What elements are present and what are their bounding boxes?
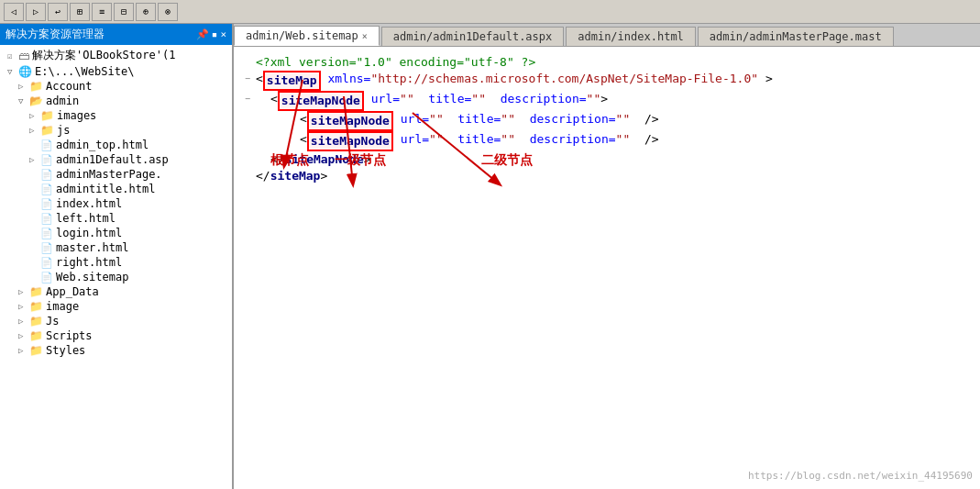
folder-scripts[interactable]: ▷ 📁 Scripts: [0, 328, 232, 343]
tab-websitemap-label: admin/Web.sitemap: [246, 29, 358, 42]
code-line5-descval: "": [616, 131, 631, 148]
code-line4-close: />: [630, 111, 658, 128]
sidebar-pin-icon[interactable]: 📌: [196, 28, 209, 40]
file-adminmasterpage-icon: 📄: [40, 169, 53, 181]
sitemapnode1-tag: siteMapNode: [281, 94, 360, 107]
file-admintitle[interactable]: 📄 admintitle.html: [0, 182, 232, 196]
file-websitemap-icon: 📄: [40, 272, 53, 283]
file-index[interactable]: 📄 index.html: [0, 196, 232, 211]
line5-expand: [245, 131, 256, 148]
line7-expand: [245, 168, 256, 184]
line1-expand: [245, 54, 256, 71]
scripts-expand: ▷: [18, 331, 29, 340]
file-master-label: master.html: [56, 241, 128, 254]
toolbar-btn-1[interactable]: ◁: [4, 3, 24, 21]
sitemapnode3-tag: siteMapNode: [311, 134, 390, 148]
file-adminmasterpage[interactable]: 📄 adminMasterPage.: [0, 167, 232, 182]
file-right-label: right.html: [56, 256, 122, 269]
file-master[interactable]: 📄 master.html: [0, 240, 232, 255]
content-area: admin/Web.sitemap × admin/admin1Default.…: [234, 24, 980, 489]
tab-admin1default[interactable]: admin/admin1Default.aspx: [381, 27, 564, 46]
code-line2-xmlns: xmlns=: [321, 71, 371, 87]
folder-js2[interactable]: ▷ 📁 Js: [0, 314, 232, 328]
code-line4-url: url=: [393, 111, 429, 128]
toolbar-btn-2[interactable]: ▷: [26, 3, 46, 21]
file-websitemap-label: Web.sitemap: [56, 271, 128, 283]
file-left[interactable]: 📄 left.html: [0, 211, 232, 226]
line6-expand: [245, 151, 256, 168]
folder-admin-label: admin: [46, 94, 79, 107]
folder-appdata-label: App_Data: [46, 285, 99, 298]
tabs-bar: admin/Web.sitemap × admin/admin1Default.…: [234, 24, 980, 47]
file-websitemap[interactable]: 📄 Web.sitemap: [0, 270, 232, 284]
file-index-label: index.html: [56, 197, 122, 210]
toolbar-btn-7[interactable]: ⊕: [136, 3, 156, 21]
admin-expand-icon: ▽: [18, 96, 29, 106]
image-expand: ▷: [18, 302, 29, 311]
tab-adminmasterpage[interactable]: admin/adminMasterPage.mast: [698, 27, 894, 46]
code-line4-title: title=: [444, 111, 501, 128]
js-expand-icon: ▷: [29, 126, 40, 135]
folder-account[interactable]: ▷ 📁 Account: [0, 79, 232, 94]
folder-js-label: js: [57, 124, 70, 137]
toolbar-btn-6[interactable]: ⊟: [114, 3, 134, 21]
file-login[interactable]: 📄 login.html: [0, 226, 232, 240]
file-admin-top-label: admin_top.html: [56, 139, 149, 151]
admin1default-expand: ▷: [29, 155, 40, 164]
tab-indexhtml-label: admin/index.html: [578, 30, 684, 43]
code-line7-close: >: [320, 168, 327, 184]
folder-appdata-icon: 📁: [29, 285, 43, 298]
tab-indexhtml[interactable]: admin/index.html: [566, 27, 696, 46]
toolbar-btn-8[interactable]: ⊗: [158, 3, 178, 21]
level2-node-label: 二级节点: [481, 152, 533, 169]
folder-admin[interactable]: ▽ 📂 admin: [0, 94, 232, 108]
code-editor[interactable]: <?xml version="1.0" encoding="utf-8" ?> …: [234, 47, 980, 489]
file-adminmasterpage-label: adminMasterPage.: [56, 168, 162, 181]
code-line5-url: url=: [393, 131, 429, 148]
code-line3-titleval: "": [471, 91, 486, 107]
code-line7-text: </: [256, 168, 270, 184]
folder-appdata[interactable]: ▷ 📁 App_Data: [0, 284, 232, 299]
folder-styles[interactable]: ▷ 📁 Styles: [0, 343, 232, 358]
file-right[interactable]: 📄 right.html: [0, 255, 232, 270]
folder-images-icon: 📁: [40, 109, 54, 122]
code-line3-descval: "": [587, 91, 601, 107]
code-line3-title: title=: [414, 91, 472, 107]
file-admin1default[interactable]: ▷ 📄 admin1Default.asp: [0, 152, 232, 167]
website-icon: 🌐: [18, 65, 32, 78]
folder-styles-label: Styles: [46, 344, 85, 357]
sidebar-close-icon[interactable]: ×: [220, 28, 226, 40]
sidebar-dock-icon[interactable]: ▪: [212, 28, 218, 40]
code-line3-urlval: "": [400, 91, 414, 107]
code-line3-desc: description=: [486, 91, 587, 107]
file-left-icon: 📄: [40, 213, 53, 225]
tab-websitemap-close[interactable]: ×: [362, 31, 368, 41]
toolbar-btn-3[interactable]: ↩: [48, 3, 68, 21]
file-master-icon: 📄: [40, 242, 53, 254]
code-line5-desc: description=: [515, 131, 616, 148]
folder-image[interactable]: ▷ 📁 image: [0, 299, 232, 314]
toolbar-btn-5[interactable]: ≡: [92, 3, 112, 21]
file-admin-top[interactable]: 📄 admin_top.html: [0, 138, 232, 152]
images-expand-icon: ▷: [29, 111, 40, 120]
file-right-icon: 📄: [40, 257, 53, 269]
main-area: 解决方案资源管理器 📌 ▪ × ☑ 🗃 解决方案'OLBookStore'(1 …: [0, 24, 980, 489]
folder-js[interactable]: ▷ 📁 js: [0, 123, 232, 138]
toolbar-btn-4[interactable]: ⊞: [70, 3, 90, 21]
tab-websitemap[interactable]: admin/Web.sitemap ×: [234, 26, 380, 46]
code-line5-titleval: "": [501, 131, 515, 148]
folder-images[interactable]: ▷ 📁 images: [0, 108, 232, 123]
code-line4-urlval: "": [429, 111, 444, 128]
website-root[interactable]: ▽ 🌐 E:\...\WebSite\: [0, 64, 232, 79]
code-line5-open: <: [300, 131, 307, 148]
file-login-label: login.html: [56, 227, 122, 239]
code-line3-url: url=: [364, 91, 400, 107]
folder-image-icon: 📁: [29, 300, 43, 313]
code-line1-text: <?xml version="1.0" encoding="utf-8" ?>: [256, 54, 535, 71]
tab-admin1default-label: admin/admin1Default.aspx: [393, 30, 552, 43]
code-line-7: </siteMap>: [237, 168, 976, 184]
code-line4-open: <: [300, 111, 307, 128]
account-expand-icon: ▷: [18, 82, 29, 91]
solution-root[interactable]: ☑ 🗃 解决方案'OLBookStore'(1: [0, 47, 232, 64]
level1-node-label: 一级节点: [335, 152, 386, 169]
